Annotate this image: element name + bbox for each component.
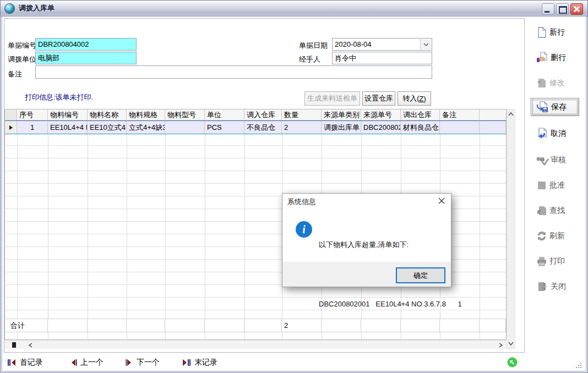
footer-total-label: 合计: [5, 319, 48, 332]
handler-label: 经手人: [299, 54, 320, 64]
remark-label: 备注: [8, 69, 22, 79]
date-value: 2020-08-04: [335, 40, 372, 48]
cell-source-type: 调拨出库单: [322, 121, 361, 134]
date-label: 单据日期: [299, 41, 328, 51]
toolbar-modify-button: 修改: [531, 74, 579, 92]
scroll-up-icon[interactable]: [508, 112, 514, 116]
set-warehouse-button[interactable]: 设置仓库: [362, 91, 395, 106]
col-header-out-warehouse[interactable]: 调出仓库: [401, 109, 440, 120]
nav-prev-label: 上一个: [80, 358, 104, 367]
next-record-icon: [126, 359, 133, 366]
col-header-seq[interactable]: 序号: [17, 109, 48, 120]
chevron-down-icon: [423, 43, 429, 46]
toolbar-approve-button[interactable]: 批准: [531, 176, 579, 195]
maximize-button[interactable]: [556, 3, 569, 15]
cell-remark: [440, 121, 480, 134]
toolbar-print-button[interactable]: 打印: [531, 252, 579, 271]
col-header-remark[interactable]: 备注: [440, 109, 480, 120]
cancel-icon: [536, 128, 549, 140]
cell-qty: 2: [282, 121, 322, 134]
toolbar-cancel-label: 取消: [551, 129, 566, 139]
toolbar-delete-row-button[interactable]: 删行: [531, 48, 579, 67]
transfer-in-button[interactable]: 转入(Z): [398, 91, 431, 106]
nav-first-record[interactable]: 首记录: [7, 358, 43, 367]
toolbar-refresh-button[interactable]: 刷新: [531, 227, 579, 245]
title-bar[interactable]: 调拨入库单: [1, 1, 587, 17]
nav-previous-record[interactable]: 上一个: [69, 358, 104, 367]
transfer-unit-label: 调拨单位: [8, 54, 36, 64]
app-window: 调拨入库单 单据编号 DBR200804002 调拨单位 电脑部 备注 单据日期…: [0, 0, 588, 373]
first-record-icon: [7, 359, 17, 366]
system-info-dialog: 系统信息 i 以下物料入库超量,清单如下: 单 号 物料编号 超出量 DBC20…: [282, 193, 451, 287]
date-dropdown-button[interactable]: [420, 39, 431, 50]
nav-next-label: 下一个: [137, 358, 160, 367]
dialog-title: 系统信息: [287, 197, 316, 207]
toolbar-save-button[interactable]: 保存: [531, 98, 579, 116]
approve-icon: [536, 179, 548, 191]
maximize-icon: [559, 6, 567, 14]
col-header-item-name[interactable]: 物料名称: [88, 109, 127, 120]
doc-no-label: 单据编号: [8, 41, 36, 51]
nav-last-record[interactable]: 末记录: [182, 358, 217, 367]
scroll-right-icon[interactable]: [499, 343, 503, 348]
audit-icon: [536, 154, 549, 166]
col-header-filler: [480, 109, 506, 120]
find-icon: [536, 205, 548, 217]
col-header-qty[interactable]: 数量: [282, 109, 322, 120]
nav-last-label: 末记录: [194, 358, 217, 367]
cell-item-no: EE10L4+4 N: [48, 121, 88, 134]
toolbar-print-label: 打印: [549, 256, 565, 266]
delete-row-icon: [536, 51, 549, 64]
generate-inspection-button: 生成来料送检单: [304, 91, 360, 106]
toolbar-audit-button[interactable]: 审核: [531, 151, 579, 169]
cell-spec: 立式4+4缺3.: [127, 121, 165, 134]
toolbar-new-row-button[interactable]: 新行: [531, 23, 579, 42]
remark-field[interactable]: [35, 65, 432, 79]
col-header-unit[interactable]: 单位: [205, 109, 244, 120]
nav-next-record[interactable]: 下一个: [126, 358, 160, 367]
toolbar-refresh-label: 刷新: [549, 231, 565, 241]
minimize-button[interactable]: [542, 3, 554, 15]
hscroll-thumb[interactable]: [12, 342, 16, 348]
col-header-source-no[interactable]: 来源单号: [361, 109, 401, 120]
toolbar-modify-label: 修改: [549, 78, 565, 88]
scroll-down-icon[interactable]: [508, 342, 514, 345]
transfer-unit-field[interactable]: 电脑部: [35, 52, 137, 64]
toolbar-close-button[interactable]: 关闭: [531, 277, 579, 296]
new-row-icon: [536, 26, 548, 39]
col-header-spec[interactable]: 物料规格: [127, 109, 165, 120]
dialog-message-line1: 以下物料入库超量,清单如下:: [319, 240, 462, 250]
nav-first-label: 首记录: [20, 358, 43, 367]
close-button[interactable]: [570, 3, 583, 15]
toolbar-find-label: 查找: [549, 206, 565, 216]
handler-field[interactable]: 肖令中: [332, 52, 432, 64]
col-header-model[interactable]: 物料型号: [165, 109, 205, 120]
close-icon: [571, 4, 582, 14]
dialog-message-line3: DBC200802001 EE10L4+4 NO 3.6.7.8 1: [319, 299, 462, 309]
dialog-footer: 确定: [282, 262, 451, 287]
row-indicator-cell: [5, 121, 17, 134]
current-row-arrow-icon: [9, 125, 13, 130]
cell-out-warehouse: 材料良品仓: [401, 121, 440, 134]
dialog-close-button[interactable]: [437, 196, 447, 206]
grid-vertical-scrollbar[interactable]: [507, 109, 515, 349]
footer-qty-total: 2: [282, 319, 322, 332]
date-field[interactable]: 2020-08-04: [332, 38, 432, 51]
dialog-ok-button[interactable]: 确定: [396, 267, 445, 283]
col-header-item-no[interactable]: 物料编号: [48, 109, 88, 120]
record-nav-bar: 首记录 上一个 下一个 末记录: [2, 355, 586, 370]
col-header-in-warehouse[interactable]: 调入仓库: [244, 109, 282, 120]
grid-selected-row[interactable]: 1 EE10L4+4 N EE10立式4+ 立式4+4缺3. PCS 不良品仓 …: [5, 120, 506, 134]
scroll-left-icon[interactable]: [29, 343, 32, 348]
resize-grip[interactable]: [575, 362, 582, 369]
toolbar-cancel-button[interactable]: 取消: [531, 124, 579, 143]
cell-in-warehouse: 不良品仓: [244, 121, 282, 134]
cell-source-no: DBC200802: [361, 121, 401, 134]
col-header-source-type[interactable]: 来源单类别: [322, 109, 361, 120]
previous-record-icon: [69, 359, 77, 366]
grid-horizontal-scrollbar[interactable]: [4, 340, 507, 349]
toolbar-close-label: 关闭: [551, 282, 566, 292]
toolbar-find-button[interactable]: 查找: [531, 201, 579, 220]
doc-no-field[interactable]: DBR200804002: [35, 38, 137, 51]
dialog-close-icon: [438, 198, 445, 204]
